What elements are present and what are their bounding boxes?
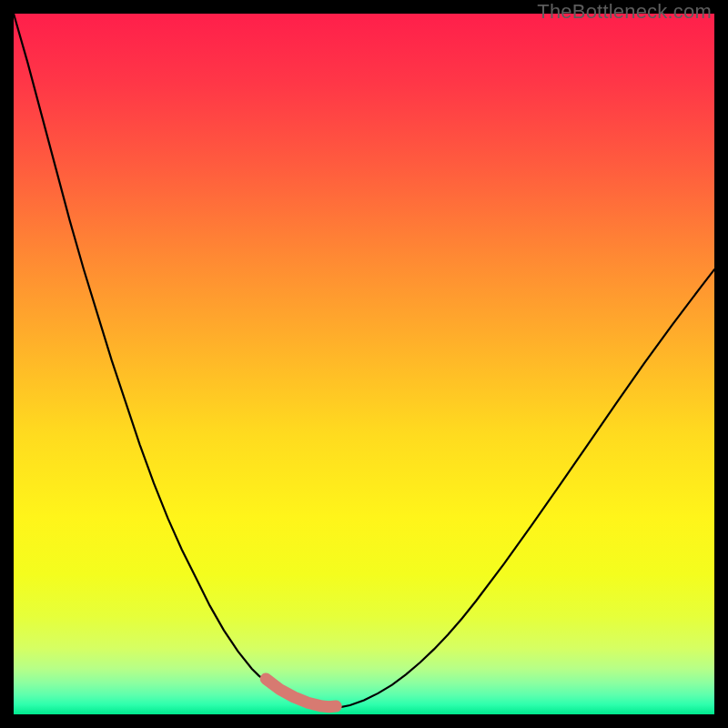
bottom-highlight-arc: [266, 679, 336, 707]
plot-area: [14, 14, 714, 714]
chart-frame: TheBottleneck.com: [0, 0, 728, 728]
curve-layer: [14, 14, 714, 714]
left-curve: [14, 14, 329, 709]
watermark-text: TheBottleneck.com: [537, 0, 712, 24]
right-curve: [329, 269, 715, 709]
